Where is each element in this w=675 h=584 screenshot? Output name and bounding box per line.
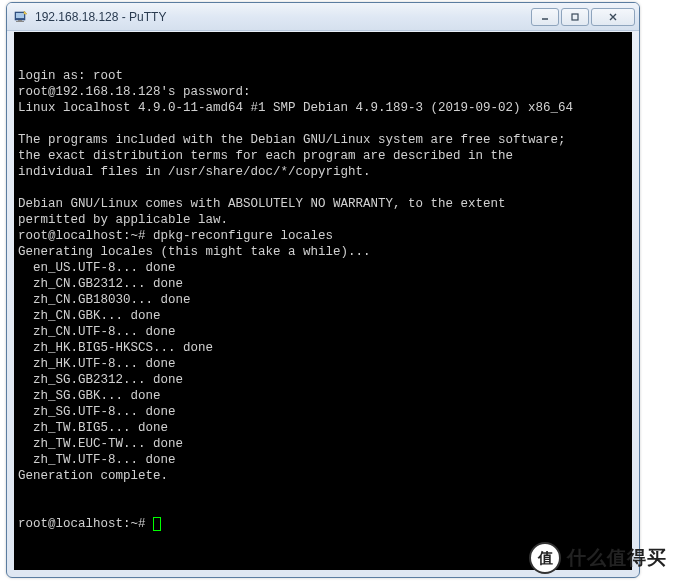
- terminal-line: The programs included with the Debian GN…: [18, 132, 630, 148]
- terminal-area[interactable]: login as: rootroot@192.168.18.128's pass…: [14, 32, 632, 570]
- terminal-line: zh_TW.UTF-8... done: [18, 452, 630, 468]
- terminal-output: login as: rootroot@192.168.18.128's pass…: [18, 68, 630, 484]
- window-controls: [531, 8, 635, 26]
- window-title: 192.168.18.128 - PuTTY: [35, 10, 531, 24]
- svg-rect-3: [16, 21, 24, 22]
- minimize-button[interactable]: [531, 8, 559, 26]
- cursor-icon: [153, 517, 161, 531]
- terminal-line: zh_CN.GBK... done: [18, 308, 630, 324]
- terminal-line: zh_SG.UTF-8... done: [18, 404, 630, 420]
- watermark-text: 什么值得买: [567, 545, 667, 571]
- close-button[interactable]: [591, 8, 635, 26]
- terminal-prompt-line: root@localhost:~#: [18, 516, 630, 532]
- putty-icon: [13, 9, 29, 25]
- svg-rect-1: [16, 13, 24, 18]
- terminal-line: zh_CN.GB2312... done: [18, 276, 630, 292]
- terminal-line: zh_HK.UTF-8... done: [18, 356, 630, 372]
- titlebar[interactable]: 192.168.18.128 - PuTTY: [7, 3, 639, 31]
- svg-rect-2: [18, 20, 22, 21]
- terminal-line: zh_TW.BIG5... done: [18, 420, 630, 436]
- maximize-button[interactable]: [561, 8, 589, 26]
- terminal-line: zh_CN.UTF-8... done: [18, 324, 630, 340]
- terminal-line: Generation complete.: [18, 468, 630, 484]
- terminal-line: zh_HK.BIG5-HKSCS... done: [18, 340, 630, 356]
- watermark: 值 什么值得买: [529, 542, 667, 574]
- terminal-line: login as: root: [18, 68, 630, 84]
- terminal-line: root@localhost:~# dpkg-reconfigure local…: [18, 228, 630, 244]
- terminal-line: [18, 180, 630, 196]
- terminal-line: the exact distribution terms for each pr…: [18, 148, 630, 164]
- terminal-line: Linux localhost 4.9.0-11-amd64 #1 SMP De…: [18, 100, 630, 116]
- terminal-line: zh_CN.GB18030... done: [18, 292, 630, 308]
- terminal-line: [18, 116, 630, 132]
- terminal-line: zh_SG.GB2312... done: [18, 372, 630, 388]
- svg-rect-5: [572, 14, 578, 20]
- watermark-badge: 值: [529, 542, 561, 574]
- terminal-line: en_US.UTF-8... done: [18, 260, 630, 276]
- terminal-prompt: root@localhost:~#: [18, 517, 153, 531]
- putty-window: 192.168.18.128 - PuTTY login as: rootroo…: [6, 2, 640, 578]
- terminal-line: root@192.168.18.128's password:: [18, 84, 630, 100]
- terminal-line: individual files in /usr/share/doc/*/cop…: [18, 164, 630, 180]
- terminal-line: zh_SG.GBK... done: [18, 388, 630, 404]
- terminal-line: Generating locales (this might take a wh…: [18, 244, 630, 260]
- terminal-line: permitted by applicable law.: [18, 212, 630, 228]
- terminal-line: Debian GNU/Linux comes with ABSOLUTELY N…: [18, 196, 630, 212]
- terminal-line: zh_TW.EUC-TW... done: [18, 436, 630, 452]
